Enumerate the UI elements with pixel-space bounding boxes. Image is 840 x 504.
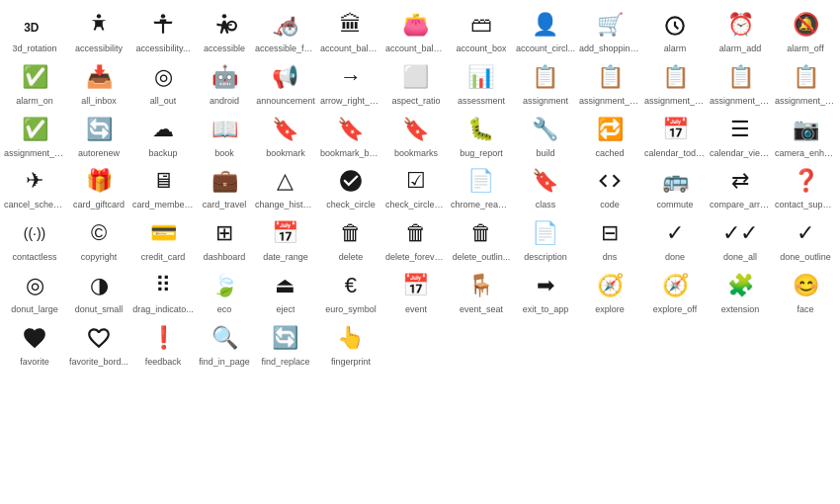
- icon-cell-chrome_reader_mode[interactable]: 📄chrome_reader...: [449, 160, 514, 212]
- icon-cell-find_in_page[interactable]: 🔍find_in_page: [196, 317, 253, 370]
- icon-cell-euro_symbol[interactable]: €euro_symbol: [318, 265, 383, 317]
- icon-cell-announcement[interactable]: 📢announcement: [253, 56, 318, 109]
- backup-label: backup: [149, 148, 178, 159]
- icon-cell-drag_indicator[interactable]: ⠿drag_indicato...: [130, 265, 196, 317]
- icon-cell-alarm_on[interactable]: ✅alarm_on: [2, 56, 67, 109]
- bookmark-icon: 🔖: [272, 113, 298, 146]
- icon-cell-card_giftcard[interactable]: 🎁card_giftcard: [67, 160, 130, 212]
- icon-cell-face[interactable]: 😊face: [773, 265, 838, 317]
- icon-cell-assignment_ind[interactable]: 📋assignment_in...: [577, 56, 642, 109]
- icon-cell-book[interactable]: 📖book: [196, 109, 253, 161]
- icon-cell-accessible[interactable]: accessible: [196, 4, 253, 56]
- icon-cell-donut_small[interactable]: ◑donut_small: [67, 265, 130, 317]
- icon-cell-delete_forever[interactable]: 🗑delete_foreve...: [383, 212, 449, 265]
- icon-cell-accessible_forward[interactable]: 🦽accessible_fo...: [253, 4, 318, 56]
- icon-cell-fingerprint[interactable]: 👆fingerprint: [318, 317, 383, 370]
- icon-cell-alarm[interactable]: alarm: [642, 4, 708, 56]
- icon-cell-calendar_today[interactable]: 📅calendar_toda...: [642, 109, 708, 161]
- icon-cell-find_replace[interactable]: 🔄find_replace: [253, 317, 318, 370]
- icon-cell-android[interactable]: 🤖android: [196, 56, 253, 109]
- icon-cell-3d_rotation[interactable]: 3D3d_rotation: [2, 4, 67, 56]
- icon-cell-check_circle[interactable]: check_circle: [318, 160, 383, 212]
- icon-cell-eject[interactable]: ⏏eject: [253, 265, 318, 317]
- icon-cell-autorenew[interactable]: 🔄autorenew: [67, 109, 130, 161]
- icon-cell-assignment_turned_in[interactable]: ✅assignment_tu...: [2, 109, 67, 161]
- icon-cell-bookmark[interactable]: 🔖bookmark: [253, 109, 318, 161]
- icon-cell-assessment[interactable]: 📊assessment: [449, 56, 514, 109]
- donut_large-icon: ◎: [26, 269, 44, 302]
- icon-cell-assignment_returned[interactable]: 📋assignment_re...: [773, 56, 838, 109]
- icon-cell-build[interactable]: 🔧build: [514, 109, 577, 161]
- icon-cell-account_box[interactable]: 🗃account_box: [449, 4, 514, 56]
- icon-cell-accessibility_new[interactable]: accessibility...: [130, 4, 196, 56]
- icon-cell-event[interactable]: 📅event: [383, 265, 449, 317]
- donut_small-icon: ◑: [90, 269, 109, 302]
- icon-cell-event_seat[interactable]: 🪑event_seat: [449, 265, 514, 317]
- icon-cell-check_circle_outline[interactable]: ☑check_circle_...: [383, 160, 449, 212]
- icon-cell-done[interactable]: ✓done: [642, 212, 708, 265]
- commute-label: commute: [656, 200, 693, 210]
- icon-cell-date_range[interactable]: 📅date_range: [253, 212, 318, 265]
- icon-cell-exit_to_app[interactable]: ➡exit_to_app: [514, 265, 577, 317]
- icon-cell-delete[interactable]: 🗑delete: [318, 212, 383, 265]
- eject-label: eject: [276, 304, 294, 315]
- accessibility-label: accessibility: [75, 43, 123, 54]
- icon-cell-dns[interactable]: ⊟dns: [577, 212, 642, 265]
- icon-cell-contactless[interactable]: ((·))contactless: [2, 212, 67, 265]
- accessible-icon: [211, 8, 237, 42]
- icon-cell-assignment[interactable]: 📋assignment: [514, 56, 577, 109]
- icon-cell-change_history[interactable]: △change_histor...: [253, 160, 318, 212]
- icon-cell-contact_support[interactable]: ❓contact_suppo...: [773, 160, 838, 212]
- icon-cell-done_all[interactable]: ✓✓done_all: [708, 212, 773, 265]
- icon-cell-description[interactable]: 📄description: [514, 212, 577, 265]
- icon-cell-feedback[interactable]: ❗feedback: [130, 317, 196, 370]
- favorite_border-icon: [86, 321, 112, 355]
- icon-cell-donut_large[interactable]: ◎donut_large: [2, 265, 67, 317]
- icon-cell-bookmarks[interactable]: 🔖bookmarks: [383, 109, 449, 161]
- icon-cell-account_circle[interactable]: 👤account_circl...: [514, 4, 577, 56]
- icon-cell-commute[interactable]: 🚌commute: [642, 160, 708, 212]
- icon-cell-delete_outline[interactable]: 🗑delete_outlin...: [449, 212, 514, 265]
- card_giftcard-label: card_giftcard: [73, 200, 125, 210]
- bookmark_border-icon: 🔖: [337, 113, 364, 146]
- icon-cell-code[interactable]: code: [577, 160, 642, 212]
- icon-cell-explore_off[interactable]: 🧭explore_off: [642, 265, 708, 317]
- icon-cell-cached[interactable]: 🔁cached: [577, 109, 642, 161]
- favorite-label: favorite: [20, 357, 49, 368]
- icon-cell-copyright[interactable]: ©copyright: [67, 212, 130, 265]
- icon-cell-bookmark_border[interactable]: 🔖bookmark_bord...: [318, 109, 383, 161]
- icon-cell-credit_card[interactable]: 💳credit_card: [130, 212, 196, 265]
- icon-cell-arrow_right_alt[interactable]: →arrow_right_a...: [318, 56, 383, 109]
- icon-cell-compare_arrows[interactable]: ⇄compare_arrow...: [708, 160, 773, 212]
- icon-cell-camera_enhance[interactable]: 📷camera_enhanc...: [773, 109, 838, 161]
- icon-cell-favorite[interactable]: favorite: [2, 317, 67, 370]
- icon-cell-assignment_return[interactable]: 📋assignment_re...: [708, 56, 773, 109]
- icon-cell-card_membership[interactable]: 🖥card_membersh...: [130, 160, 196, 212]
- icon-cell-all_inbox[interactable]: 📥all_inbox: [67, 56, 130, 109]
- icon-cell-card_travel[interactable]: 💼card_travel: [196, 160, 253, 212]
- accessibility_new-icon: [150, 8, 176, 42]
- icon-cell-alarm_add[interactable]: ⏰alarm_add: [708, 4, 773, 56]
- icon-cell-dashboard[interactable]: ⊞dashboard: [196, 212, 253, 265]
- icon-cell-alarm_off[interactable]: 🔕alarm_off: [773, 4, 838, 56]
- icon-cell-accessibility[interactable]: accessibility: [67, 4, 130, 56]
- icon-cell-account_balance[interactable]: 🏛account_balan...: [318, 4, 383, 56]
- icon-cell-done_outline[interactable]: ✓done_outline: [773, 212, 838, 265]
- icon-cell-favorite_border[interactable]: favorite_bord...: [67, 317, 130, 370]
- icon-cell-calendar_view_day[interactable]: ☰calendar_view...: [708, 109, 773, 161]
- icon-cell-backup[interactable]: ☁backup: [130, 109, 196, 161]
- icon-cell-explore[interactable]: 🧭explore: [577, 265, 642, 317]
- icon-cell-eco[interactable]: 🍃eco: [196, 265, 253, 317]
- card_membership-icon: 🖥: [152, 164, 174, 198]
- icon-cell-assignment_late[interactable]: 📋assignment_la...: [642, 56, 708, 109]
- icon-cell-extension[interactable]: 🧩extension: [708, 265, 773, 317]
- book-icon: 📖: [211, 113, 238, 146]
- icon-cell-all_out[interactable]: ◎all_out: [130, 56, 196, 109]
- icon-cell-class[interactable]: 🔖class: [514, 160, 577, 212]
- icon-cell-account_balance_wallet[interactable]: 👛account_balan...: [383, 4, 449, 56]
- icon-cell-add_shopping_cart[interactable]: 🛒add_shopping_...: [577, 4, 642, 56]
- icon-cell-cancel_schedule_send[interactable]: ✈cancel_schedu...: [2, 160, 67, 212]
- explore_off-label: explore_off: [653, 304, 697, 315]
- icon-cell-bug_report[interactable]: 🐛bug_report: [449, 109, 514, 161]
- icon-cell-aspect_ratio[interactable]: ⬜aspect_ratio: [383, 56, 449, 109]
